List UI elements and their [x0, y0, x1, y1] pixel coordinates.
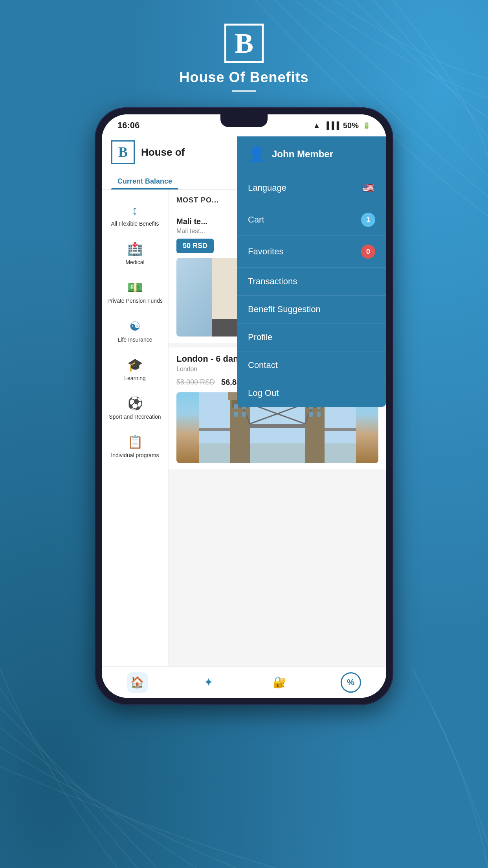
- menu-overlay: 👤 John Member Language 🇺🇸 Cart 1: [102, 114, 386, 698]
- user-avatar-icon: 👤: [248, 146, 266, 162]
- menu-item-favorites[interactable]: Favorites 0: [237, 236, 386, 268]
- dropdown-menu: 👤 John Member Language 🇺🇸 Cart 1: [237, 136, 386, 407]
- menu-item-benefit-suggestion[interactable]: Benefit Suggestion: [237, 296, 386, 324]
- menu-username: John Member: [272, 149, 333, 160]
- phone-mockup: 16:06 ▲ ▐▐▐ 50% 🔋 B House of Current Bal…: [95, 107, 393, 705]
- menu-user-row: 👤 John Member: [237, 136, 386, 172]
- favorites-badge: 0: [361, 245, 375, 259]
- app-title-underline: [232, 90, 256, 92]
- menu-item-transactions[interactable]: Transactions: [237, 268, 386, 296]
- contact-label: Contact: [248, 360, 278, 370]
- language-label: Language: [248, 183, 286, 193]
- cart-badge: 1: [361, 213, 375, 227]
- phone-screen: 16:06 ▲ ▐▐▐ 50% 🔋 B House of Current Bal…: [102, 114, 386, 698]
- menu-item-language[interactable]: Language 🇺🇸: [237, 172, 386, 204]
- language-flag-icon: 🇺🇸: [361, 181, 375, 195]
- app-logo: B: [224, 24, 264, 63]
- menu-item-profile[interactable]: Profile: [237, 324, 386, 351]
- app-header: B House Of Benefits: [179, 0, 308, 92]
- favorites-label: Favorites: [248, 246, 283, 257]
- menu-item-logout[interactable]: Log Out: [237, 379, 386, 407]
- app-title: House Of Benefits: [179, 69, 308, 86]
- transactions-label: Transactions: [248, 276, 297, 287]
- cart-label: Cart: [248, 215, 264, 225]
- menu-item-cart[interactable]: Cart 1: [237, 204, 386, 236]
- logout-label: Log Out: [248, 388, 279, 398]
- menu-item-contact[interactable]: Contact: [237, 351, 386, 379]
- benefit-suggestion-label: Benefit Suggestion: [248, 304, 321, 314]
- phone-frame: 16:06 ▲ ▐▐▐ 50% 🔋 B House of Current Bal…: [95, 107, 393, 705]
- profile-label: Profile: [248, 332, 272, 342]
